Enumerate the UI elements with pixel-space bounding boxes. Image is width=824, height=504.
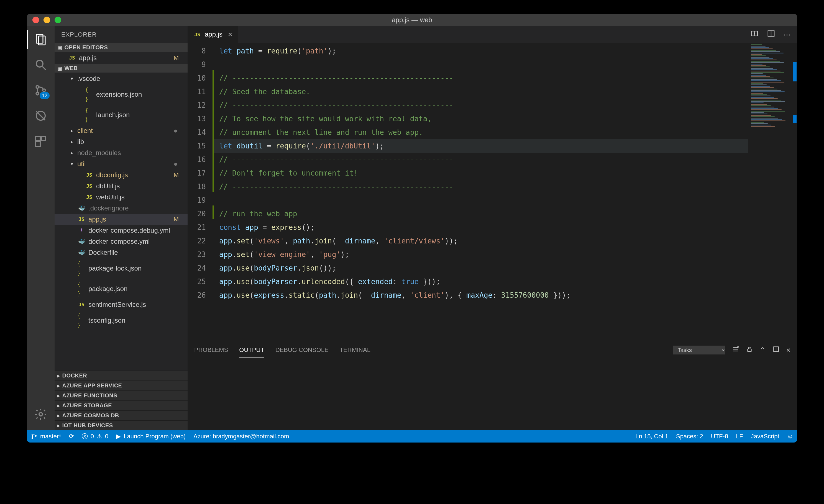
file-item[interactable]: !docker-compose.debug.yml (55, 225, 188, 236)
window-controls (27, 17, 61, 23)
panel-tab-debug-console[interactable]: DEBUG CONSOLE (276, 345, 329, 355)
minimize-window-button[interactable] (43, 17, 50, 23)
activity-search-icon[interactable] (33, 57, 48, 73)
editor-area: JS app.js × ··· 891011121314151617181920… (188, 26, 797, 430)
panel-up-icon[interactable]: ⌃ (760, 346, 766, 355)
vscode-window: app.js — web 12 (27, 14, 797, 443)
file-item[interactable]: 🐳Dockerfile (55, 247, 188, 258)
collapsed-section-header[interactable]: ▸AZURE STORAGE (55, 400, 188, 410)
status-lang[interactable]: JavaScript (747, 433, 783, 440)
status-azure[interactable]: Azure: bradymgaster@hotmail.com (190, 433, 293, 440)
js-icon: JS (77, 215, 86, 224)
modified-indicator: M (174, 215, 183, 224)
close-tab-icon[interactable]: × (228, 30, 232, 39)
activity-scm-icon[interactable]: 12 (33, 83, 48, 98)
file-item[interactable]: 🐳docker-compose.yml (55, 236, 188, 247)
svg-rect-22 (747, 349, 751, 351)
tab-label: app.js (205, 30, 222, 38)
svg-point-4 (36, 86, 39, 88)
file-item[interactable]: { }package-lock.json (55, 258, 188, 279)
folder-item[interactable]: ▾.vscode (55, 73, 188, 84)
collapsed-section-header[interactable]: ▸IOT HUB DEVICES (55, 420, 188, 430)
json-icon: { } (77, 279, 86, 298)
chevron-right-icon: ▸ (58, 383, 60, 389)
collapsed-section-header[interactable]: ▸AZURE COSMOS DB (55, 410, 188, 420)
chevron-down-icon: ▣ (58, 44, 62, 51)
status-problems[interactable]: ⓧ0 ⚠0 (78, 432, 112, 440)
svg-point-27 (35, 435, 36, 436)
code-editor[interactable]: 891011121314151617181920212223242526 let… (188, 43, 797, 342)
modified-dot: ● (174, 126, 183, 135)
collapsed-section-header[interactable]: ▸AZURE FUNCTIONS (55, 390, 188, 400)
collapsed-section-header[interactable]: ▸DOCKER (55, 371, 188, 380)
status-lncol[interactable]: Ln 15, Col 1 (631, 433, 672, 440)
status-feedback-icon[interactable]: ☺ (783, 433, 797, 440)
svg-rect-13 (751, 31, 754, 36)
play-icon: ▶ (116, 433, 121, 440)
lock-scroll-icon[interactable] (746, 346, 753, 355)
js-icon: JS (85, 170, 93, 180)
line-number-gutter: 891011121314151617181920212223242526 (188, 43, 212, 342)
panel-tabs: PROBLEMS OUTPUT DEBUG CONSOLE TERMINAL T… (188, 342, 797, 358)
close-window-button[interactable] (32, 17, 39, 23)
panel-tab-output[interactable]: OUTPUT (239, 345, 264, 355)
overview-ruler[interactable] (792, 43, 797, 342)
status-launch[interactable]: ▶ Launch Program (web) (112, 433, 190, 440)
file-item[interactable]: { }package.json (55, 279, 188, 299)
activity-debug-icon[interactable] (33, 108, 48, 124)
file-item[interactable]: { }launch.json (55, 105, 188, 125)
status-sync[interactable]: ⟳ (65, 433, 78, 440)
split-editor-icon[interactable] (767, 29, 775, 39)
warning-icon: ⚠ (97, 433, 102, 440)
clear-output-icon[interactable] (732, 346, 739, 355)
status-spaces[interactable]: Spaces: 2 (672, 433, 707, 440)
close-panel-icon[interactable]: × (786, 346, 791, 355)
code-content[interactable]: let path = require('path'); // ---------… (214, 43, 748, 342)
scm-badge: 12 (39, 92, 49, 99)
panel-tab-problems[interactable]: PROBLEMS (194, 345, 228, 355)
status-eol[interactable]: LF (732, 433, 747, 440)
folder-item[interactable]: ▸lib (55, 136, 188, 147)
zoom-window-button[interactable] (55, 17, 61, 23)
modified-indicator: M (174, 170, 183, 180)
workspace-header[interactable]: ▣ WEB (55, 64, 188, 73)
file-item[interactable]: JSdbUtil.js (55, 180, 188, 192)
file-item[interactable]: { }tsconfig.json (55, 310, 188, 331)
output-channel-select[interactable]: Tasks (673, 346, 725, 355)
modified-indicator: M (174, 53, 183, 62)
status-branch[interactable]: master* (27, 433, 65, 440)
more-actions-icon[interactable]: ··· (784, 30, 791, 39)
json-icon: { } (77, 311, 86, 330)
chevron-right-icon: ▸ (69, 137, 75, 146)
status-encoding[interactable]: UTF-8 (707, 433, 732, 440)
open-changes-icon[interactable] (750, 29, 758, 39)
activity-settings-icon[interactable] (33, 406, 48, 422)
activity-extensions-icon[interactable] (33, 133, 48, 149)
svg-rect-9 (36, 136, 40, 141)
activity-explorer-icon[interactable] (33, 31, 48, 47)
dockerfile-icon: 🐳 (77, 248, 86, 257)
file-item[interactable]: { }extensions.json (55, 84, 188, 105)
open-editor-item[interactable]: JSapp.jsM (55, 52, 188, 64)
file-item[interactable]: JSdbconfig.jsM (55, 169, 188, 180)
folder-item[interactable]: ▾util● (55, 158, 188, 169)
error-icon: ⓧ (82, 432, 88, 440)
panel-tab-terminal[interactable]: TERMINAL (340, 345, 371, 355)
svg-point-25 (32, 434, 33, 435)
tab-app-js[interactable]: JS app.js × (188, 26, 238, 43)
file-item[interactable]: 🐳.dockerignore (55, 203, 188, 214)
maximize-panel-icon[interactable] (772, 346, 780, 355)
chevron-right-icon: ▸ (69, 126, 75, 135)
js-icon: JS (193, 31, 201, 37)
svg-point-2 (36, 60, 43, 67)
folder-item[interactable]: ▸client● (55, 125, 188, 136)
collapsed-section-header[interactable]: ▸AZURE APP SERVICE (55, 380, 188, 390)
open-editors-header[interactable]: ▣ OPEN EDITORS (55, 43, 188, 52)
file-item[interactable]: JSwebUtil.js (55, 192, 188, 203)
minimap[interactable] (748, 43, 792, 342)
svg-point-6 (43, 89, 45, 92)
folder-item[interactable]: ▸node_modules (55, 147, 188, 158)
file-item[interactable]: JSapp.jsM (55, 214, 188, 225)
docker-icon: 🐳 (77, 204, 86, 213)
file-item[interactable]: JSsentimentService.js (55, 299, 188, 310)
